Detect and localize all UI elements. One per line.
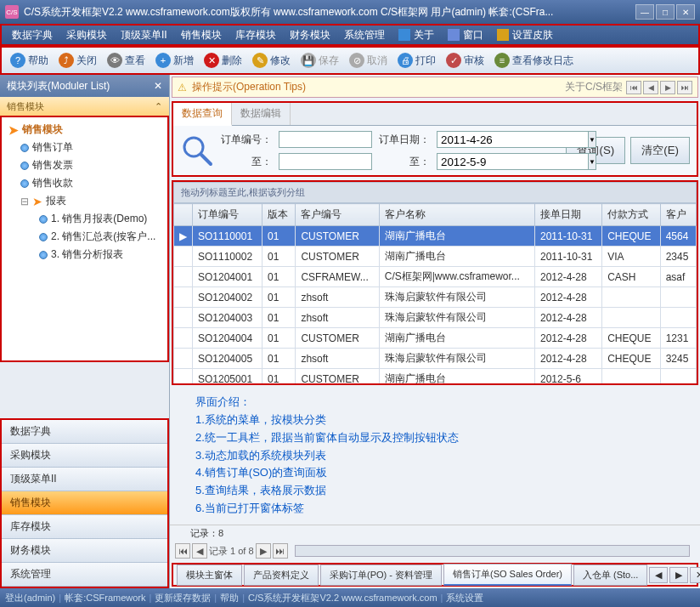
nav-last-icon[interactable]: ⏭	[273, 543, 288, 559]
view-icon: 👁	[107, 53, 122, 68]
tab-nav-icon[interactable]: ▶	[669, 567, 688, 583]
log-button[interactable]: ≡查看修改日志	[489, 50, 579, 71]
dropdown-icon[interactable]: ▼	[589, 131, 596, 148]
nav-module-item[interactable]: 系统管理	[2, 563, 167, 587]
nav-last-icon[interactable]: ⏭	[677, 81, 692, 94]
sidebar: 模块列表(Moduler List) ✕ 销售模块 ⌃ ➤ 销售模块 销售订单销…	[0, 75, 170, 588]
menu-item[interactable]: 财务模块	[283, 26, 337, 45]
menu-item[interactable]: 系统管理	[337, 26, 392, 45]
column-header[interactable]: 付款方式	[602, 204, 661, 226]
column-header[interactable]: 订单编号	[193, 204, 262, 226]
add-button[interactable]: +新增	[150, 50, 199, 71]
minimize-button[interactable]: —	[635, 4, 654, 20]
status-item[interactable]: 帮助	[220, 592, 239, 604]
table-row[interactable]: SO120400401CUSTOMER湖南广播电台2012-4-28CHEQUE…	[174, 328, 697, 349]
table-row[interactable]: SO120400301zhsoft珠海启蒙软件有限公司2012-4-28	[174, 308, 697, 328]
tree-item[interactable]: 2. 销售汇总表(按客户...	[5, 228, 164, 246]
table-cell: CUSTOMER	[296, 328, 379, 349]
window-tab[interactable]: 产品资料定义	[244, 564, 319, 586]
menu-item[interactable]: 设置皮肤	[490, 26, 560, 45]
tree-root-label: 销售模块	[22, 122, 63, 137]
nav-module-item[interactable]: 顶级菜单II	[2, 468, 167, 491]
menu-item[interactable]: 关于	[392, 26, 441, 45]
order-no-to-input[interactable]	[279, 153, 372, 170]
tree-item[interactable]: 销售发票	[5, 156, 164, 174]
table-cell: 4564	[660, 226, 696, 247]
status-item[interactable]: 帐套:CSFramework	[65, 592, 145, 604]
tree-root[interactable]: ➤ 销售模块	[5, 121, 164, 139]
result-grid: 订单编号版本客户编号客户名称接单日期付款方式客户 ▶SO111000101CUS…	[173, 203, 697, 385]
window-tab[interactable]: 采购订单(PO) - 资料管理	[320, 564, 442, 586]
nav-next-icon[interactable]: ▶	[256, 543, 271, 559]
edit-button[interactable]: ✎修改	[247, 50, 296, 71]
column-header[interactable]: 接单日期	[535, 204, 602, 226]
approve-button[interactable]: ✓审核	[441, 50, 489, 71]
tree-item[interactable]: 1. 销售月报表(Demo)	[5, 210, 164, 228]
window-tab[interactable]: 销售订单(SO Sales Order)	[443, 564, 572, 586]
tree-item[interactable]: 销售订单	[5, 139, 164, 156]
menu-item[interactable]: 库存模块	[229, 26, 283, 45]
collapse-icon[interactable]: ⌃	[155, 101, 162, 112]
status-item[interactable]: 登出(admin)	[5, 592, 55, 604]
tab-nav-icon[interactable]: ◀	[649, 567, 668, 583]
status-item[interactable]: 更新缓存数据	[155, 592, 211, 604]
menu-item[interactable]: 数据字典	[5, 26, 59, 45]
column-header[interactable]: 版本	[262, 204, 296, 226]
nav-module-item[interactable]: 库存模块	[2, 515, 167, 539]
nav-module-item[interactable]: 销售模块	[2, 491, 167, 515]
table-row[interactable]: SO111000201CUSTOMER湖南广播电台2011-10-31VIA23…	[174, 247, 697, 267]
help-button[interactable]: ?帮助	[5, 50, 54, 71]
tree-item[interactable]: ⊟➤报表	[5, 192, 164, 210]
nav-first-icon[interactable]: ⏮	[175, 543, 190, 559]
save-icon: 💾	[301, 53, 316, 68]
status-item[interactable]: C/S系统开发框架V2.2 www.csframework.com	[248, 592, 437, 604]
sidebar-title: 模块列表(Moduler List) ✕	[0, 75, 169, 97]
nav-next-icon[interactable]: ▶	[660, 81, 675, 94]
table-cell: SO1204001	[193, 267, 262, 287]
exit-button[interactable]: ⤴关闭	[54, 50, 102, 71]
view-button[interactable]: 👁查看	[102, 50, 150, 71]
tree-item[interactable]: 3. 销售分析报表	[5, 246, 164, 264]
column-header[interactable]: 客户	[660, 204, 696, 226]
table-row[interactable]: SO120500101CUSTOMER湖南广播电台2012-5-6	[174, 369, 697, 385]
nav-module-item[interactable]: 数据字典	[2, 420, 167, 444]
order-no-input[interactable]	[279, 131, 372, 148]
table-cell: CUSTOMER	[296, 247, 379, 267]
clear-button[interactable]: 清空(E)	[630, 137, 690, 164]
table-cell: 湖南广播电台	[379, 247, 534, 267]
nav-first-icon[interactable]: ⏮	[626, 81, 641, 94]
tab-nav-icon[interactable]: ✕	[690, 567, 700, 583]
table-row[interactable]: SO120400101CSFRAMEW...C/S框架网|www.csframe…	[174, 267, 697, 287]
query-tab[interactable]: 数据编辑	[232, 103, 291, 125]
delete-button[interactable]: ✕删除	[199, 50, 247, 71]
tree-item[interactable]: 销售收款	[5, 174, 164, 192]
menu-item[interactable]: 窗口	[441, 26, 490, 45]
query-tab[interactable]: 数据查询	[173, 103, 232, 126]
status-item[interactable]: 系统设置	[446, 592, 483, 604]
date-from-input[interactable]	[437, 131, 589, 148]
maximize-button[interactable]: □	[656, 4, 675, 20]
window-tab[interactable]: 模块主窗体	[177, 564, 242, 586]
print-button[interactable]: 🖨打印	[392, 50, 441, 71]
menu-item[interactable]: 采购模块	[59, 26, 114, 45]
sidebar-close-icon[interactable]: ✕	[154, 80, 162, 92]
table-row[interactable]: ▶SO111000101CUSTOMER湖南广播电台2011-10-31CHEQ…	[174, 226, 697, 247]
menu-item[interactable]: 销售模块	[174, 26, 229, 45]
nav-prev-icon[interactable]: ◀	[643, 81, 658, 94]
column-header[interactable]: 客户名称	[379, 204, 534, 226]
table-cell: 01	[262, 369, 296, 385]
menu-item[interactable]: 顶级菜单II	[114, 26, 174, 45]
dropdown-icon[interactable]: ▼	[589, 153, 596, 170]
table-cell: CSFRAMEW...	[296, 267, 379, 287]
nav-module-item[interactable]: 财务模块	[2, 539, 167, 563]
nav-prev-icon[interactable]: ◀	[192, 543, 207, 559]
table-row[interactable]: SO120400501zhsoft珠海启蒙软件有限公司2012-4-28CHEQ…	[174, 349, 697, 369]
column-header[interactable]: 客户编号	[296, 204, 379, 226]
close-button[interactable]: ✕	[676, 4, 695, 20]
window-tab[interactable]: 入仓单 (Sto...	[573, 564, 647, 586]
h-scrollbar[interactable]	[295, 545, 690, 557]
table-row[interactable]: SO120400201zhsoft珠海启蒙软件有限公司2012-4-28	[174, 287, 697, 308]
date-to-input[interactable]	[437, 153, 589, 170]
group-header: 拖动列标题至此,根据该列分组	[173, 182, 697, 203]
nav-module-item[interactable]: 采购模块	[2, 444, 167, 468]
